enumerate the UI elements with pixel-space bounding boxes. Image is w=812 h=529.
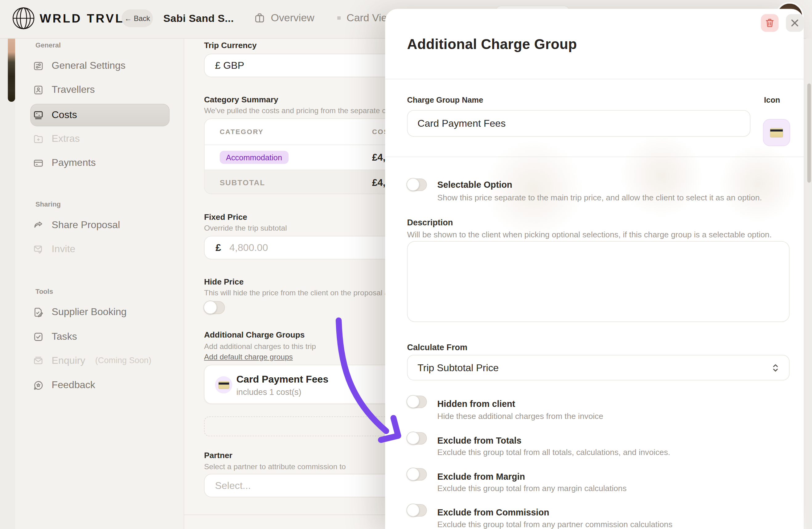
category-summary-table: CATEGORY COST Accommodation £4,800.00 SU… [204,118,397,194]
inbox-icon [33,355,44,366]
additional-charge-groups-subtitle: Add additional charges to this trip [204,342,316,351]
calculate-from-value: Trip Subtotal Price [417,362,498,373]
hide-price-toggle[interactable] [204,301,225,314]
sidebar-item-travellers[interactable]: Travellers [33,81,179,99]
calculate-from-label: Calculate From [407,343,467,352]
hidden-from-client-label: Hidden from client [437,399,516,410]
partner-subtitle: Select a partner to attribute commission… [204,462,346,471]
close-button[interactable] [786,14,804,32]
close-icon [791,19,799,27]
credit-card-icon [218,381,229,389]
calculate-from-select[interactable]: Trip Subtotal Price [407,355,789,380]
trash-icon [765,18,774,27]
briefcase-icon [254,13,265,24]
subtotal-row: SUBTOTAL £4,800.00 [205,170,397,194]
settings-icon [33,60,44,72]
sidebar-item-label: Share Proposal [52,219,120,231]
trip-cover-photo-edge [8,38,15,102]
sidebar-section-tools: Tools [35,288,53,295]
sidebar-section-sharing: Sharing [35,201,61,208]
trip-title: Sabi Sand S... [163,13,234,25]
sidebar-item-label: Enquiry [52,355,85,366]
category-summary-title: Category Summary [204,95,278,104]
toggle-knob [407,431,420,444]
exclude-from-margin-toggle[interactable] [407,468,427,481]
cash-icon [33,109,44,120]
sidebar-item-enquiry[interactable]: Enquiry (Coming Soon) [33,352,179,370]
sidebar-item-label: Feedback [52,380,95,391]
sidebar-item-label: Extras [52,133,80,145]
back-button[interactable]: ← Back [121,9,153,27]
selectable-option-description: Show this price separate to the main tri… [437,193,762,202]
exclude-from-totals-toggle[interactable] [407,432,427,445]
table-header-row: CATEGORY COST [205,119,397,145]
fixed-price-input[interactable]: £ 4,800.00 [204,236,397,259]
sidebar-item-feedback[interactable]: Feedback [33,377,179,394]
tab-overview[interactable]: Overview [254,12,314,24]
hidden-from-client-toggle[interactable] [407,396,427,408]
exclude-from-margin-label: Exclude from Margin [437,472,525,482]
category-badge: Accommodation [220,151,289,164]
exclude-from-commission-toggle[interactable] [407,504,427,517]
additional-charge-group-modal: Additional Charge Group Charge Group Nam… [385,9,804,529]
icon-picker-button[interactable] [763,119,790,146]
toggle-knob [407,504,420,517]
app-root: WRLD TRVL ← Back Sabi Sand S... Overview [0,0,812,529]
globe-logo-icon [11,6,35,30]
selectable-option-toggle[interactable] [407,178,427,191]
sidebar-item-invite[interactable]: Invite [33,240,179,258]
partner-select[interactable]: Select... [204,474,397,497]
partner-placeholder: Select... [215,480,251,491]
coming-soon-tag: (Coming Soon) [95,356,151,365]
scrollbar-thumb[interactable] [807,84,811,183]
charge-group-meta: includes 1 cost(s) [236,388,302,397]
grid-icon [337,13,341,24]
modal-header-divider [385,79,804,79]
charge-group-card[interactable]: Card Payment Fees includes 1 cost(s) [204,365,397,404]
sidebar-item-supplier-booking[interactable]: Supplier Booking [33,303,179,321]
delete-button[interactable] [761,14,779,32]
mail-check-icon [33,244,44,255]
add-default-charge-groups-link[interactable]: Add default charge groups [204,353,293,361]
hide-price-label: Hide Price [204,277,244,286]
sidebar-item-payments[interactable]: Payments [33,154,179,172]
currency-symbol: £ [216,242,221,253]
toggle-knob [407,468,420,481]
sidebar-item-label: Tasks [52,331,77,342]
exclude-from-totals-label: Exclude from Totals [437,436,522,446]
fixed-price-placeholder: 4,800.00 [229,242,268,253]
toggle-knob [203,300,217,314]
trip-currency-value: £ GBP [215,60,244,71]
description-label: Description [407,218,453,227]
tab-overview-label: Overview [271,12,315,24]
sidebar-section-general: General [35,41,61,49]
toggle-knob [407,395,420,408]
fixed-price-subtitle: Override the trip subtotal [204,224,287,232]
description-textarea[interactable] [407,241,789,322]
sidebar-item-general-settings[interactable]: General Settings [33,57,179,75]
fixed-price-label: Fixed Price [204,212,247,222]
exclude-from-commission-label: Exclude from Commission [437,508,549,518]
hidden-from-client-description: Hide these additional charges from the i… [437,412,603,421]
table-row: Accommodation £4,800.00 [205,145,397,170]
trip-currency-select[interactable]: £ GBP [204,54,397,77]
select-chevrons-icon [772,363,779,372]
icon-label: Icon [764,95,780,104]
exclude-from-commission-description: Exclude this group total from any partne… [437,520,673,529]
sidebar-item-label: Costs [52,109,77,120]
sidebar-item-extras[interactable]: Extras [33,130,179,148]
sidebar-item-tasks[interactable]: Tasks [33,328,179,346]
empty-charge-group-dropzone[interactable] [204,416,397,436]
charge-group-name: Card Payment Fees [236,373,329,385]
checkbox-icon [33,331,44,342]
selectable-option-label: Selectable Option [437,180,512,191]
charge-group-icon-circle [215,377,232,394]
id-card-icon [33,84,44,95]
subtotal-label: SUBTOTAL [220,178,265,187]
credit-card-icon [33,157,44,168]
sidebar-item-costs[interactable]: Costs [33,106,179,124]
charge-group-name-input[interactable]: Card Payment Fees [407,110,750,136]
category-summary-subtitle: We've pulled the costs and pricing from … [204,106,397,115]
sidebar-item-label: Invite [52,243,75,255]
sidebar-item-share-proposal[interactable]: Share Proposal [33,216,179,234]
